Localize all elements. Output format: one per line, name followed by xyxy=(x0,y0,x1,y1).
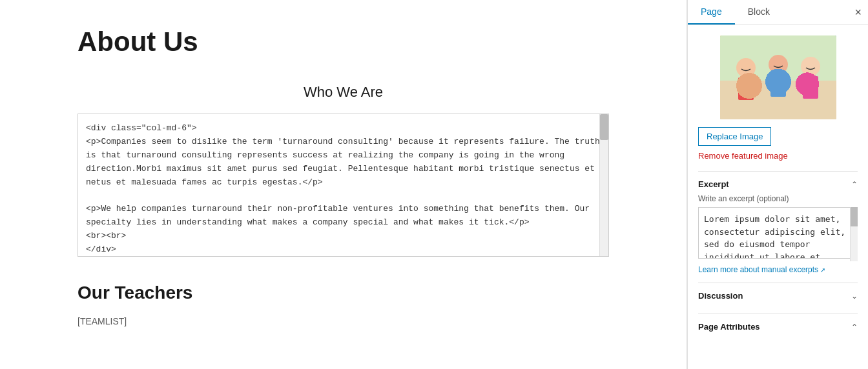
excerpt-scrollbar-thumb xyxy=(851,207,858,226)
code-block-wrapper xyxy=(78,114,609,257)
featured-image-svg xyxy=(720,35,836,119)
sidebar-header: Page Block × xyxy=(688,0,868,25)
excerpt-field-label: Write an excerpt (optional) xyxy=(698,194,858,203)
sidebar-close-button[interactable]: × xyxy=(854,6,862,18)
page-attributes-section-title: Page Attributes xyxy=(698,322,760,332)
shortcode-label: [TEAMLIST] xyxy=(78,316,609,326)
page-attributes-section-header[interactable]: Page Attributes ⌃ xyxy=(698,322,858,337)
sidebar-content: Replace Image Remove featured image Exce… xyxy=(688,25,868,369)
sidebar: Page Block × xyxy=(687,0,868,369)
svg-rect-5 xyxy=(770,74,786,97)
tab-page[interactable]: Page xyxy=(688,0,735,25)
svg-point-6 xyxy=(801,57,820,76)
excerpt-textarea-wrapper xyxy=(698,207,858,261)
code-scrollbar-thumb xyxy=(600,114,608,140)
code-scrollbar[interactable] xyxy=(599,114,608,256)
discussion-section-title: Discussion xyxy=(698,291,743,301)
replace-image-button[interactable]: Replace Image xyxy=(698,127,771,146)
excerpt-section-title: Excerpt xyxy=(698,179,729,189)
editor-main: About Us Who We Are Our Teachers [TEAMLI… xyxy=(0,0,687,369)
excerpt-section-header[interactable]: Excerpt ⌃ xyxy=(698,179,858,194)
excerpt-section: Excerpt ⌃ Write an excerpt (optional) Le… xyxy=(698,171,858,283)
svg-rect-1 xyxy=(720,81,836,119)
learn-more-excerpts-link[interactable]: Learn more about manual excerpts ➚ xyxy=(698,265,825,274)
tab-block[interactable]: Block xyxy=(735,0,783,25)
page-attributes-chevron-up-icon: ⌃ xyxy=(851,323,858,332)
svg-rect-3 xyxy=(738,77,754,100)
discussion-section: Discussion ⌄ xyxy=(698,283,858,314)
svg-rect-0 xyxy=(720,35,836,119)
remove-image-link[interactable]: Remove featured image xyxy=(698,151,858,161)
page-title: About Us xyxy=(78,26,609,58)
svg-rect-7 xyxy=(803,76,818,99)
excerpt-scrollbar[interactable] xyxy=(850,207,858,261)
discussion-section-header[interactable]: Discussion ⌄ xyxy=(698,291,858,306)
code-textarea[interactable] xyxy=(78,114,608,256)
excerpt-textarea[interactable] xyxy=(698,207,858,259)
svg-point-4 xyxy=(769,55,788,74)
featured-image-container xyxy=(698,35,858,119)
external-link-icon: ➚ xyxy=(820,266,825,274)
page-attributes-section: Page Attributes ⌃ xyxy=(698,314,858,344)
featured-image xyxy=(720,35,836,119)
svg-point-2 xyxy=(736,58,756,77)
discussion-chevron-down-icon: ⌄ xyxy=(851,292,858,301)
section-heading: Who We Are xyxy=(78,84,609,101)
our-teachers-heading: Our Teachers xyxy=(78,283,609,303)
excerpt-chevron-up-icon: ⌃ xyxy=(851,180,858,189)
